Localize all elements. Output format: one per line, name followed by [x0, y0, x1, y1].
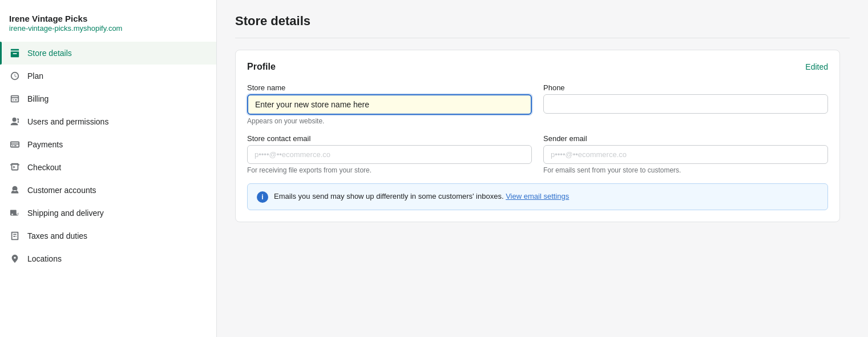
store-name-label: Irene Vintage Picks — [9, 14, 207, 23]
phone-label: Phone — [543, 83, 828, 92]
sidebar-item-checkout[interactable]: Checkout — [0, 156, 216, 179]
sidebar-item-label: Shipping and delivery — [27, 208, 104, 218]
page-title: Store details — [235, 14, 850, 29]
contact-email-input[interactable] — [247, 145, 532, 164]
info-banner-text: Emails you send may show up differently … — [274, 191, 569, 202]
info-banner: i Emails you send may show up differentl… — [247, 183, 828, 210]
edited-badge: Edited — [805, 62, 828, 71]
store-name-label: Store name — [247, 83, 532, 92]
sidebar-item-plan[interactable]: Plan — [0, 65, 216, 87]
main-content: Store details Profile Edited Store name … — [217, 0, 868, 337]
form-row-1: Store name Appears on your website. Phon… — [247, 83, 828, 125]
sidebar-item-label: Plan — [27, 71, 43, 81]
sidebar-item-label: Store details — [27, 49, 72, 58]
sidebar-item-label: Checkout — [27, 163, 61, 172]
sidebar-item-label: Taxes and duties — [27, 231, 87, 240]
sidebar-item-label: Locations — [27, 254, 62, 263]
sidebar-item-payments[interactable]: Payments — [0, 133, 216, 156]
contact-email-hint: For receiving file exports from your sto… — [247, 166, 532, 174]
phone-input[interactable] — [543, 94, 828, 114]
store-icon — [9, 47, 21, 59]
store-name-input[interactable] — [247, 94, 532, 115]
sidebar-item-shipping-delivery[interactable]: Shipping and delivery — [0, 202, 216, 224]
shipping-icon — [9, 207, 21, 219]
payments-icon — [9, 139, 21, 150]
store-name-hint: Appears on your website. — [247, 117, 532, 125]
sender-email-hint: For emails sent from your store to custo… — [543, 166, 828, 174]
users-icon — [9, 116, 21, 127]
form-group-store-name: Store name Appears on your website. — [247, 83, 532, 125]
info-icon: i — [257, 191, 268, 203]
contact-email-label: Store contact email — [247, 134, 532, 143]
sidebar-item-label: Users and permissions — [27, 117, 108, 126]
form-group-contact-email: Store contact email For receiving file e… — [247, 134, 532, 174]
sidebar-item-label: Billing — [27, 94, 49, 103]
form-group-sender-email: Sender email For emails sent from your s… — [543, 134, 828, 174]
form-row-2: Store contact email For receiving file e… — [247, 134, 828, 174]
sender-email-input[interactable] — [543, 145, 828, 164]
sidebar-item-label: Customer accounts — [27, 186, 96, 195]
plan-icon — [9, 70, 21, 82]
sidebar-item-store-details[interactable]: Store details — [0, 42, 216, 65]
sidebar: Irene Vintage Picks irene-vintage-picks.… — [0, 0, 217, 337]
profile-card: Profile Edited Store name Appears on you… — [235, 50, 840, 222]
sidebar-item-billing[interactable]: Billing — [0, 87, 216, 110]
taxes-icon — [9, 230, 21, 242]
card-title: Profile — [247, 62, 276, 72]
customer-icon — [9, 184, 21, 196]
sidebar-item-users-permissions[interactable]: Users and permissions — [0, 110, 216, 133]
sidebar-item-label: Payments — [27, 140, 63, 149]
card-header: Profile Edited — [247, 62, 828, 72]
sender-email-label: Sender email — [543, 134, 828, 143]
view-email-settings-link[interactable]: View email settings — [506, 192, 569, 200]
sidebar-item-customer-accounts[interactable]: Customer accounts — [0, 179, 216, 202]
sidebar-nav: Store details Plan Billing — [0, 42, 216, 270]
billing-icon — [9, 93, 21, 105]
divider — [235, 38, 850, 38]
location-icon — [9, 253, 21, 264]
checkout-icon — [9, 162, 21, 173]
store-url-link[interactable]: irene-vintage-picks.myshopify.com — [9, 24, 122, 33]
sidebar-item-locations[interactable]: Locations — [0, 247, 216, 270]
sidebar-header: Irene Vintage Picks irene-vintage-picks.… — [0, 9, 216, 42]
form-group-phone: Phone — [543, 83, 828, 125]
sidebar-item-taxes-duties[interactable]: Taxes and duties — [0, 224, 216, 247]
